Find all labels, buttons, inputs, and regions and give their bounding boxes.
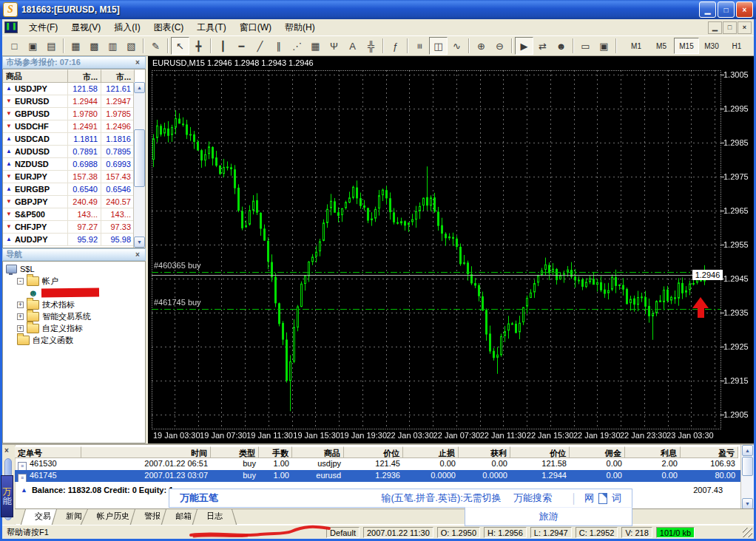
crosshair-button[interactable]: ╋ <box>189 37 208 55</box>
fibonacci-button[interactable]: ⋰ <box>288 37 306 55</box>
new-order-button[interactable]: ✎ <box>146 37 165 55</box>
order-row-461745[interactable]: ≡4617452007.01.23 03:07buy1.00eurusd1.29… <box>15 470 740 482</box>
save-button[interactable]: ▣ <box>24 37 42 55</box>
timeframe-m30-button[interactable]: M30 <box>699 38 724 54</box>
navigator-item-智能交易系统[interactable]: +智能交易系统 <box>3 310 145 322</box>
indicators-button[interactable]: ƒ <box>386 37 405 55</box>
trendline-button[interactable]: ╱ <box>251 37 269 55</box>
profiles-button[interactable]: ▣ <box>595 37 613 55</box>
terminal-tab-日志[interactable]: 日志 <box>197 509 232 523</box>
cycle-lines-button[interactable]: Ψ <box>325 37 343 55</box>
candlestick-chart[interactable] <box>148 56 754 443</box>
terminal-column-header[interactable]: 手数 <box>259 446 292 458</box>
navigator-item-S$L[interactable]: S$L <box>3 263 145 275</box>
order-row-461530[interactable]: ≡4615302007.01.22 06:51buy1.00usdjpy121.… <box>15 458 740 470</box>
terminal-column-header[interactable]: 利息 <box>625 446 681 458</box>
navigator-item-自定义指标[interactable]: +自定义指标 <box>3 322 145 334</box>
bar-chart-button[interactable]: ≡ <box>411 37 429 55</box>
timeframe-h1-button[interactable]: H1 <box>724 38 749 54</box>
ime-suggestion-bar[interactable]: 旅游 <box>465 507 632 526</box>
scroll-down-icon[interactable]: ▼ <box>134 237 145 248</box>
expand-icon[interactable]: + <box>17 313 24 320</box>
ime-search-button[interactable]: 万能搜索 <box>513 491 552 505</box>
market-watch-close-icon[interactable]: × <box>133 58 142 67</box>
vertical-line-button[interactable]: ┃ <box>214 37 232 55</box>
timeframe-m5-button[interactable]: M5 <box>649 38 674 54</box>
navigator-item-帐户[interactable]: -帐户 <box>3 275 145 287</box>
timeframe-m15-button[interactable]: M15 <box>674 38 699 54</box>
market-watch-scrollbar[interactable]: ▲ ▼ <box>133 82 145 248</box>
chart-window-icon[interactable]: ▌▐ <box>4 21 18 33</box>
ime-document-icon[interactable] <box>598 493 607 504</box>
text-button[interactable]: A <box>343 37 362 55</box>
menu-item-h[interactable]: 帮助(H) <box>278 19 322 36</box>
market-watch-column-header[interactable]: 市... <box>101 69 135 83</box>
candlestick-chart-button[interactable]: ◫ <box>429 37 448 55</box>
zoom-in-button[interactable]: ⊕ <box>472 37 490 55</box>
ime-toolbar[interactable]: 万能五笔 输(五笔.拼音.英语):无需切换 万能搜索 │ 网 词 <box>169 489 632 508</box>
market-watch-row-usdcad[interactable]: ▲USDCAD1.18111.1816 <box>3 133 145 146</box>
navigator-item-account-redacted[interactable]: ☻ <box>3 287 145 299</box>
ime-dict-button[interactable]: 词 <box>612 491 621 505</box>
terminal-close-icon[interactable]: × <box>4 446 9 455</box>
market-watch-row-audjpy[interactable]: ▲AUDJPY95.9295.98 <box>3 234 145 246</box>
navigator-close-icon[interactable]: × <box>133 251 142 259</box>
auto-scroll-button[interactable]: ▶ <box>515 37 533 55</box>
market-watch-row-chfjpy[interactable]: ▼CHFJPY97.2797.33 <box>3 221 145 234</box>
menu-item-t[interactable]: 工具(T) <box>190 19 232 36</box>
expand-icon[interactable]: + <box>17 302 24 308</box>
chart-shift-button[interactable]: ⇄ <box>533 37 552 55</box>
market-watch-row-nzdusd[interactable]: ▲NZDUSD0.69880.6993 <box>3 158 145 171</box>
market-watch-row-eurgbp[interactable]: ▲EURGBP0.65400.6546 <box>3 183 145 196</box>
terminal-column-header[interactable]: 价位 <box>344 446 403 458</box>
line-chart-button[interactable]: ∿ <box>448 37 466 55</box>
arrows-tool-button[interactable]: ╬ <box>362 37 380 55</box>
terminal-column-header[interactable]: 佣金 <box>570 446 625 458</box>
ime-name[interactable]: 万能五笔 <box>180 491 218 505</box>
mdi-restore-button[interactable]: □ <box>723 21 737 34</box>
resize-grip[interactable] <box>743 528 752 537</box>
market-watch-row-usdchf[interactable]: ▼USDCHF1.24911.2496 <box>3 120 145 133</box>
menu-item-v[interactable]: 显视(V) <box>64 19 107 36</box>
timeframe-h4-button[interactable]: H4 <box>749 38 756 54</box>
market-watch-row-eurjpy[interactable]: ▼EURJPY157.38157.43 <box>3 171 145 183</box>
scroll-up-icon[interactable]: ▲ <box>134 82 145 93</box>
expand-icon[interactable]: + <box>17 325 24 332</box>
scroll-thumb[interactable] <box>742 457 753 476</box>
market-watch-column-header[interactable]: 商品 <box>3 69 68 83</box>
channel-button[interactable]: ∥ <box>269 37 288 55</box>
ime-tray-icon[interactable]: 万 能 <box>1 475 13 517</box>
chart-area[interactable]: EURUSD,M15 1.2946 1.2948 1.2943 1.2946 1… <box>148 56 754 443</box>
market-watch-row-eurusd[interactable]: ▼EURUSD1.29441.2947 <box>3 95 145 108</box>
print-button[interactable]: ▤ <box>42 37 61 55</box>
terminal-column-header[interactable]: 类型 <box>211 446 259 458</box>
menu-item-c[interactable]: 图表(C) <box>147 19 191 36</box>
market-watch-column-header[interactable]: 市... <box>68 69 101 83</box>
ime-web-button[interactable]: 网 <box>584 491 594 505</box>
terminal-scrollbar[interactable]: ▲ ▼ <box>740 445 754 510</box>
minimize-button[interactable]: ▁ <box>699 1 716 18</box>
navigator-item-技术指标[interactable]: +技术指标 <box>3 299 145 310</box>
terminal-column-header[interactable]: 盈亏 <box>681 446 738 458</box>
scroll-down-icon[interactable]: ▼ <box>742 498 753 509</box>
terminal-column-header[interactable]: 价位 <box>510 446 570 458</box>
menu-item-w[interactable]: 窗口(W) <box>233 19 278 36</box>
terminal-button[interactable]: ▥ <box>104 37 122 55</box>
terminal-column-header[interactable]: 时间 <box>81 446 211 458</box>
market-watch-button[interactable]: ▦ <box>67 37 85 55</box>
close-button[interactable]: × <box>736 1 753 18</box>
menu-item-i[interactable]: 插入(I) <box>107 19 146 36</box>
terminal-column-header[interactable]: 获利 <box>459 446 510 458</box>
zoom-out-button[interactable]: ⊖ <box>490 37 509 55</box>
navigator-item-自定义函数[interactable]: 自定义函数 <box>3 334 145 346</box>
terminal-column-header[interactable]: 止损 <box>403 446 459 458</box>
market-watch-row-s&p500[interactable]: ▼S&P500143...143... <box>3 208 145 221</box>
grid-button[interactable]: ▦ <box>306 37 325 55</box>
timeframe-m1-button[interactable]: M1 <box>624 38 649 54</box>
scroll-up-icon[interactable]: ▲ <box>742 445 753 456</box>
menu-item-f[interactable]: 文件(F) <box>22 19 64 36</box>
ime-suggestion[interactable]: 旅游 <box>539 510 558 523</box>
terminal-column-header[interactable]: 商品 <box>292 446 344 458</box>
new-chart-button[interactable]: □ <box>5 37 24 55</box>
mdi-close-button[interactable]: × <box>738 21 752 34</box>
